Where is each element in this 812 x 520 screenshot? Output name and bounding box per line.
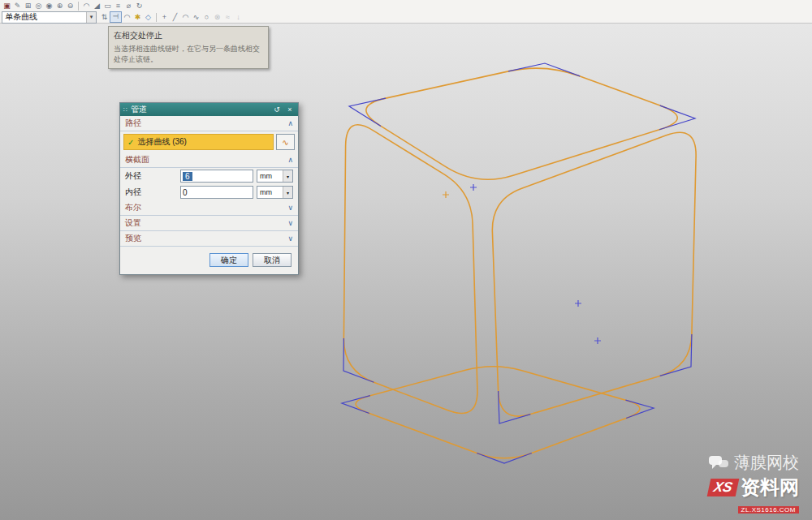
- inner-diameter-label: 内径: [125, 187, 177, 198]
- watermark-url: ZL.XS1616.COM: [738, 506, 799, 514]
- section-settings[interactable]: 设置 ∨: [120, 216, 298, 231]
- curve-rule-value: 单条曲线: [5, 11, 37, 23]
- toolbar-separator: [156, 13, 157, 22]
- outer-diameter-row: 外径 6 mm ▾: [120, 168, 298, 184]
- section-cross-section-label: 横截面: [125, 154, 149, 165]
- arc-tool-icon[interactable]: ◠: [180, 12, 191, 22]
- refresh-icon[interactable]: ↻: [134, 1, 145, 11]
- inner-diameter-unit: mm: [260, 188, 272, 196]
- inner-diameter-value: 0: [183, 188, 188, 197]
- app-icon[interactable]: ▣: [2, 1, 12, 11]
- watermark: 薄膜网校 XS 资料网 ZL.XS1616.COM: [708, 452, 799, 515]
- point-marker: [470, 184, 477, 191]
- section-boolean-label: 布尔: [125, 202, 141, 213]
- outer-diameter-unit: mm: [260, 172, 272, 180]
- hole-icon[interactable]: ◉: [44, 1, 54, 11]
- chamfer-icon[interactable]: ◢: [92, 1, 102, 11]
- cancel-button[interactable]: 取消: [253, 253, 292, 267]
- datum-plane-icon[interactable]: ⊞: [23, 1, 33, 11]
- tube-dialog: ∷ 管道 ↺ × 路径 ∧ ✓ 选择曲线 (36) ∿ 横截面 ∧ 外径 6 m…: [119, 102, 299, 275]
- outer-diameter-unit-select[interactable]: mm ▾: [257, 170, 293, 183]
- tube-path-top: [366, 68, 677, 179]
- drag-handle-icon[interactable]: ∷: [123, 106, 127, 114]
- inner-diameter-unit-select[interactable]: mm ▾: [257, 186, 293, 199]
- chevron-up-icon: ∧: [287, 156, 293, 164]
- sharp-corner-edge: [499, 391, 531, 423]
- toolbar: ▣✎⊞◎◉⊕⊖◠◢▭≡⌀↻ 单条曲线 ▾ ⇅⊣◠✱◇+╱◠∿○⊗≈↓: [0, 0, 812, 24]
- chevron-down-icon: ∨: [287, 234, 293, 243]
- sharp-corner-edge: [349, 98, 386, 126]
- snap-point-icon[interactable]: ◇: [143, 12, 153, 22]
- inner-diameter-input[interactable]: 0: [180, 186, 253, 199]
- chevron-down-icon: ▾: [283, 170, 292, 182]
- subtract-icon[interactable]: ⊖: [65, 1, 76, 11]
- point-marker: [594, 337, 601, 344]
- chat-bubbles-icon: [708, 455, 729, 471]
- watermark-site-text: 资料网: [741, 475, 799, 501]
- select-curve-row[interactable]: ✓ 选择曲线 (36): [123, 134, 274, 150]
- projected-curve-icon: ↓: [233, 12, 244, 22]
- chevron-down-icon: ∨: [287, 204, 293, 212]
- offset-curve-icon: ≈: [222, 12, 233, 22]
- selection-filter-icon[interactable]: ⇅: [99, 12, 110, 22]
- blend-icon[interactable]: ◠: [81, 1, 92, 11]
- tube-path-right: [492, 132, 696, 416]
- section-boolean[interactable]: 布尔 ∨: [120, 200, 298, 216]
- shell-icon[interactable]: ▭: [102, 1, 113, 11]
- highlight-icon[interactable]: ✱: [132, 12, 143, 22]
- line-tool-icon[interactable]: ╱: [170, 12, 180, 22]
- section-preview[interactable]: 预览 ∨: [120, 231, 298, 247]
- spline-tool-icon[interactable]: ∿: [191, 12, 201, 22]
- section-settings-label: 设置: [125, 217, 141, 229]
- chevron-up-icon: ∧: [287, 119, 293, 127]
- tube-path-left: [343, 125, 477, 414]
- outer-diameter-value: 6: [183, 172, 192, 181]
- pattern-icon[interactable]: ≡: [113, 1, 123, 11]
- measure-icon[interactable]: ⌀: [123, 1, 134, 11]
- toolbar-row1-icons: ▣✎⊞◎◉⊕⊖◠◢▭≡⌀↻: [0, 0, 812, 11]
- follow-fillet-icon[interactable]: ◠: [122, 12, 132, 22]
- circle-tool-icon[interactable]: ○: [201, 12, 212, 22]
- curve-rule-combobox[interactable]: 单条曲线 ▾: [2, 11, 97, 24]
- point-marker: [575, 300, 581, 307]
- toolbar-row2: 单条曲线 ▾ ⇅⊣◠✱◇+╱◠∿○⊗≈↓: [0, 11, 812, 23]
- tooltip-title: 在相交处停止: [114, 30, 263, 41]
- section-path-label: 路径: [125, 118, 141, 129]
- outer-diameter-label: 外径: [125, 170, 177, 182]
- curve-picker-button[interactable]: ∿: [276, 134, 295, 150]
- inner-diameter-row: 内径 0 mm ▾: [120, 184, 298, 200]
- point-marker: [443, 191, 449, 198]
- toolbar-row2-icons: ⇅⊣◠✱◇+╱◠∿○⊗≈↓: [99, 11, 244, 23]
- section-cross-section[interactable]: 横截面 ∧: [120, 153, 298, 168]
- sketch-icon[interactable]: ✎: [12, 1, 23, 11]
- check-icon: ✓: [127, 138, 134, 147]
- point-tool-icon[interactable]: +: [159, 12, 170, 22]
- outer-diameter-input[interactable]: 6: [180, 170, 253, 183]
- intersect-point-icon: ⊗: [212, 12, 222, 22]
- chevron-down-icon: ∨: [287, 219, 293, 227]
- dialog-titlebar[interactable]: ∷ 管道 ↺ ×: [120, 103, 298, 116]
- chevron-down-icon: ▾: [86, 12, 96, 23]
- close-icon[interactable]: ×: [285, 105, 295, 114]
- watermark-school-text: 薄膜网校: [734, 452, 799, 474]
- unite-icon[interactable]: ⊕: [54, 1, 65, 11]
- toolbar-separator: [78, 2, 79, 11]
- tooltip: 在相交处停止 当选择相连曲线链时，在它与另一条曲线相交处停止该链。: [108, 26, 269, 69]
- select-curve-label: 选择曲线 (36): [137, 136, 187, 148]
- ok-button[interactable]: 确定: [209, 253, 248, 267]
- stop-at-intersection-icon[interactable]: ⊣: [110, 11, 122, 23]
- extrude-icon[interactable]: ◎: [33, 1, 44, 11]
- tooltip-body: 当选择相连曲线链时，在它与另一条曲线相交处停止该链。: [114, 44, 263, 64]
- curve-icon: ∿: [282, 138, 288, 147]
- chevron-down-icon: ▾: [283, 187, 292, 198]
- dialog-title: 管道: [131, 104, 269, 115]
- xs-logo: XS: [707, 479, 739, 496]
- reset-icon[interactable]: ↺: [272, 105, 282, 114]
- section-path[interactable]: 路径 ∧: [120, 116, 298, 131]
- section-preview-label: 预览: [125, 233, 141, 244]
